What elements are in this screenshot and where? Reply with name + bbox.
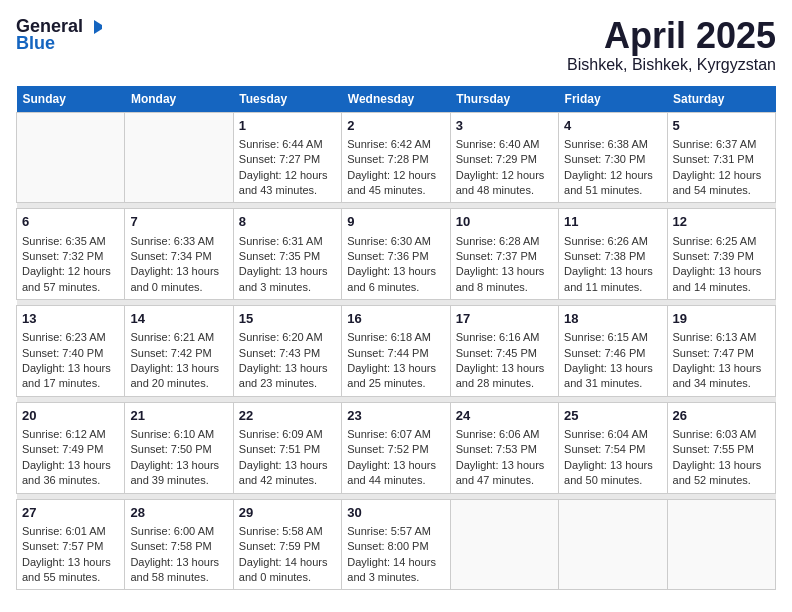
page-header: General Blue April 2025 Bishkek, Bishkek…	[16, 16, 776, 74]
table-row: 19Sunrise: 6:13 AMSunset: 7:47 PMDayligh…	[667, 306, 775, 397]
sunrise-text: Sunrise: 6:25 AM	[673, 234, 770, 249]
day-number: 26	[673, 407, 770, 425]
week-row: 13Sunrise: 6:23 AMSunset: 7:40 PMDayligh…	[17, 306, 776, 397]
day-number: 2	[347, 117, 444, 135]
sunrise-text: Sunrise: 6:01 AM	[22, 524, 119, 539]
sunrise-text: Sunrise: 6:38 AM	[564, 137, 661, 152]
table-row: 7Sunrise: 6:33 AMSunset: 7:34 PMDaylight…	[125, 209, 233, 300]
calendar-header-row: Sunday Monday Tuesday Wednesday Thursday…	[17, 86, 776, 113]
table-row	[17, 112, 125, 203]
sunrise-text: Sunrise: 6:30 AM	[347, 234, 444, 249]
table-row: 28Sunrise: 6:00 AMSunset: 7:58 PMDayligh…	[125, 499, 233, 590]
daylight-text: Daylight: 13 hours and 50 minutes.	[564, 458, 661, 489]
table-row	[450, 499, 558, 590]
sunrise-text: Sunrise: 6:00 AM	[130, 524, 227, 539]
table-row: 17Sunrise: 6:16 AMSunset: 7:45 PMDayligh…	[450, 306, 558, 397]
table-row: 29Sunrise: 5:58 AMSunset: 7:59 PMDayligh…	[233, 499, 341, 590]
day-number: 3	[456, 117, 553, 135]
day-number: 15	[239, 310, 336, 328]
day-number: 12	[673, 213, 770, 231]
title-section: April 2025 Bishkek, Bishkek, Kyrgyzstan	[567, 16, 776, 74]
sunset-text: Sunset: 7:35 PM	[239, 249, 336, 264]
day-number: 30	[347, 504, 444, 522]
day-number: 1	[239, 117, 336, 135]
table-row	[667, 499, 775, 590]
table-row: 23Sunrise: 6:07 AMSunset: 7:52 PMDayligh…	[342, 402, 450, 493]
sunset-text: Sunset: 8:00 PM	[347, 539, 444, 554]
header-saturday: Saturday	[667, 86, 775, 113]
sunrise-text: Sunrise: 6:31 AM	[239, 234, 336, 249]
table-row: 14Sunrise: 6:21 AMSunset: 7:42 PMDayligh…	[125, 306, 233, 397]
table-row: 22Sunrise: 6:09 AMSunset: 7:51 PMDayligh…	[233, 402, 341, 493]
day-number: 13	[22, 310, 119, 328]
day-number: 27	[22, 504, 119, 522]
week-row: 1Sunrise: 6:44 AMSunset: 7:27 PMDaylight…	[17, 112, 776, 203]
daylight-text: Daylight: 13 hours and 20 minutes.	[130, 361, 227, 392]
day-number: 21	[130, 407, 227, 425]
header-thursday: Thursday	[450, 86, 558, 113]
daylight-text: Daylight: 13 hours and 39 minutes.	[130, 458, 227, 489]
table-row: 8Sunrise: 6:31 AMSunset: 7:35 PMDaylight…	[233, 209, 341, 300]
daylight-text: Daylight: 13 hours and 28 minutes.	[456, 361, 553, 392]
table-row: 12Sunrise: 6:25 AMSunset: 7:39 PMDayligh…	[667, 209, 775, 300]
day-number: 10	[456, 213, 553, 231]
sunset-text: Sunset: 7:59 PM	[239, 539, 336, 554]
table-row: 25Sunrise: 6:04 AMSunset: 7:54 PMDayligh…	[559, 402, 667, 493]
header-friday: Friday	[559, 86, 667, 113]
table-row: 15Sunrise: 6:20 AMSunset: 7:43 PMDayligh…	[233, 306, 341, 397]
table-row: 10Sunrise: 6:28 AMSunset: 7:37 PMDayligh…	[450, 209, 558, 300]
table-row	[125, 112, 233, 203]
daylight-text: Daylight: 13 hours and 17 minutes.	[22, 361, 119, 392]
daylight-text: Daylight: 13 hours and 0 minutes.	[130, 264, 227, 295]
table-row: 1Sunrise: 6:44 AMSunset: 7:27 PMDaylight…	[233, 112, 341, 203]
table-row: 21Sunrise: 6:10 AMSunset: 7:50 PMDayligh…	[125, 402, 233, 493]
sunset-text: Sunset: 7:58 PM	[130, 539, 227, 554]
sunrise-text: Sunrise: 6:18 AM	[347, 330, 444, 345]
table-row: 13Sunrise: 6:23 AMSunset: 7:40 PMDayligh…	[17, 306, 125, 397]
sunrise-text: Sunrise: 6:03 AM	[673, 427, 770, 442]
sunset-text: Sunset: 7:53 PM	[456, 442, 553, 457]
logo-icon	[84, 18, 102, 36]
sunset-text: Sunset: 7:45 PM	[456, 346, 553, 361]
day-number: 6	[22, 213, 119, 231]
header-sunday: Sunday	[17, 86, 125, 113]
daylight-text: Daylight: 13 hours and 31 minutes.	[564, 361, 661, 392]
table-row: 11Sunrise: 6:26 AMSunset: 7:38 PMDayligh…	[559, 209, 667, 300]
sunrise-text: Sunrise: 6:35 AM	[22, 234, 119, 249]
table-row: 24Sunrise: 6:06 AMSunset: 7:53 PMDayligh…	[450, 402, 558, 493]
sunset-text: Sunset: 7:32 PM	[22, 249, 119, 264]
sunrise-text: Sunrise: 6:07 AM	[347, 427, 444, 442]
table-row: 5Sunrise: 6:37 AMSunset: 7:31 PMDaylight…	[667, 112, 775, 203]
daylight-text: Daylight: 13 hours and 58 minutes.	[130, 555, 227, 586]
day-number: 8	[239, 213, 336, 231]
sunset-text: Sunset: 7:49 PM	[22, 442, 119, 457]
sunrise-text: Sunrise: 6:44 AM	[239, 137, 336, 152]
sunset-text: Sunset: 7:36 PM	[347, 249, 444, 264]
sunrise-text: Sunrise: 6:33 AM	[130, 234, 227, 249]
table-row: 9Sunrise: 6:30 AMSunset: 7:36 PMDaylight…	[342, 209, 450, 300]
sunset-text: Sunset: 7:39 PM	[673, 249, 770, 264]
sunrise-text: Sunrise: 6:12 AM	[22, 427, 119, 442]
day-number: 4	[564, 117, 661, 135]
sunrise-text: Sunrise: 6:37 AM	[673, 137, 770, 152]
sunrise-text: Sunrise: 6:23 AM	[22, 330, 119, 345]
sunset-text: Sunset: 7:50 PM	[130, 442, 227, 457]
header-monday: Monday	[125, 86, 233, 113]
daylight-text: Daylight: 12 hours and 43 minutes.	[239, 168, 336, 199]
daylight-text: Daylight: 14 hours and 0 minutes.	[239, 555, 336, 586]
sunrise-text: Sunrise: 6:09 AM	[239, 427, 336, 442]
sunset-text: Sunset: 7:42 PM	[130, 346, 227, 361]
sunrise-text: Sunrise: 6:06 AM	[456, 427, 553, 442]
header-tuesday: Tuesday	[233, 86, 341, 113]
header-wednesday: Wednesday	[342, 86, 450, 113]
daylight-text: Daylight: 12 hours and 54 minutes.	[673, 168, 770, 199]
calendar-table: Sunday Monday Tuesday Wednesday Thursday…	[16, 86, 776, 591]
sunrise-text: Sunrise: 6:16 AM	[456, 330, 553, 345]
day-number: 25	[564, 407, 661, 425]
daylight-text: Daylight: 12 hours and 45 minutes.	[347, 168, 444, 199]
sunset-text: Sunset: 7:57 PM	[22, 539, 119, 554]
day-number: 19	[673, 310, 770, 328]
sunset-text: Sunset: 7:46 PM	[564, 346, 661, 361]
day-number: 24	[456, 407, 553, 425]
day-number: 22	[239, 407, 336, 425]
